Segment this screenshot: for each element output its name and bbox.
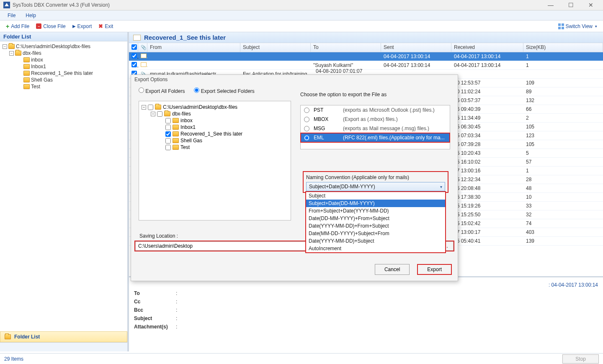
folder-list-header: Folder List (0, 32, 127, 41)
export-folder-tree[interactable]: − C:\Users\admin\Desktop\dbx-files − dbx… (139, 101, 291, 220)
format-list[interactable]: PST(exports as Microsoft Outlook (.pst) … (300, 105, 450, 149)
close-button[interactable]: ✕ (585, 2, 597, 8)
tree-item[interactable]: − dbx-files (3, 50, 125, 56)
minimize-button[interactable]: — (544, 2, 557, 8)
dialog-title: Export Options (131, 75, 458, 84)
folder-list-toggle-label: Folder List (14, 334, 40, 340)
format-desc: (Export as (.mbox) files.) (343, 116, 398, 122)
format-option[interactable]: PST(exports as Microsoft Outlook (.pst) … (301, 105, 450, 115)
tree-checkbox[interactable] (165, 138, 171, 144)
export-confirm-button[interactable]: Export (417, 264, 452, 275)
cancel-button[interactable]: Cancel (375, 264, 410, 275)
tree-checkbox[interactable] (165, 118, 171, 123)
cell-received: 17 13:00:16 (451, 168, 523, 174)
tree-item[interactable]: inbox (3, 56, 125, 63)
tree-item-label: Shell Gas (31, 77, 53, 83)
cell-size: 32 (523, 212, 603, 218)
cell-received: 05 12:32:34 (451, 177, 523, 182)
naming-combobox[interactable]: Subject+Date(DD-MM-YYYY) ▾ (306, 182, 445, 191)
col-to[interactable]: To (311, 43, 381, 52)
format-option[interactable]: MSG(exports as Mail message (.msg) files… (301, 124, 450, 133)
tree-checkbox[interactable] (148, 105, 153, 110)
add-file-button[interactable]: + Add File (3, 22, 33, 31)
export-options-dialog: Export Options Export All Folders Export… (131, 74, 458, 281)
tree-checkbox[interactable] (157, 111, 162, 117)
export-all-radio[interactable]: Export All Folders (139, 87, 185, 94)
folder-icon (173, 131, 179, 136)
cell-size: 89 (523, 89, 603, 95)
format-option[interactable]: EML(RFC 822(.eml) files.(Applicable only… (301, 133, 450, 142)
tree-checkbox[interactable] (165, 131, 171, 137)
cell-size: 5 (523, 150, 603, 156)
cell-size: 1 (523, 168, 603, 174)
tree-item[interactable]: Recovered_1_See this later (142, 131, 288, 137)
format-radio[interactable] (304, 126, 309, 131)
tree-item[interactable]: − dbx-files (142, 110, 288, 117)
dropdown-item[interactable]: Date(YYYY-MM-DD)+From+Subject (306, 222, 445, 230)
cell-sent: 04-04-2017 13:00:14 (381, 54, 451, 59)
exit-button[interactable]: ✖ Exit (95, 22, 116, 30)
close-file-button[interactable]: – Close File (33, 23, 69, 30)
menu-file[interactable]: File (5, 12, 18, 19)
row-checkbox[interactable] (131, 53, 137, 59)
tree-item[interactable]: Inbox1 (3, 63, 125, 70)
col-sent[interactable]: Sent (381, 43, 451, 52)
cell-received: 05 16:10:02 (451, 159, 523, 165)
format-radio[interactable] (304, 117, 309, 122)
dropdown-item[interactable]: Date(MM-DD-YYYY)+Subject+From (306, 230, 445, 237)
menu-help[interactable]: Help (23, 12, 39, 19)
table-row[interactable]: 04-04-2017 13:00:1404-04-2017 13:00:141 (129, 52, 603, 61)
dropdown-item[interactable]: Subject (306, 192, 445, 200)
dropdown-item[interactable]: Date(YYYY-MM-DD)+Subject (306, 237, 445, 245)
cell-sent: 04-04-2017 13:00:14 (381, 62, 451, 68)
col-subject[interactable]: Subject (240, 43, 311, 52)
dropdown-item[interactable]: Subject+Date(DD-MM-YYYY) (306, 200, 445, 207)
naming-dropdown[interactable]: SubjectSubject+Date(DD-MM-YYYY)From+Subj… (305, 191, 446, 253)
tree-item[interactable]: Shell Gas (3, 77, 125, 83)
col-attachment[interactable]: 📎 (138, 43, 147, 52)
switch-view-button[interactable]: Switch View ▾ (555, 23, 600, 30)
folder-tree: − C:\Users\admin\Desktop\dbx-files − dbx… (0, 41, 127, 331)
tree-root[interactable]: − C:\Users\admin\Desktop\dbx-files (3, 43, 125, 50)
collapse-icon[interactable]: − (142, 105, 146, 110)
tree-item[interactable]: Inbox1 (142, 124, 288, 131)
dropdown-item[interactable]: AutoIncrement (306, 245, 445, 252)
cell-size: 48 (523, 185, 603, 191)
dropdown-item[interactable]: Date(DD-MM-YYYY)+From+Subject (306, 215, 445, 222)
content-title: Recovered_1_See this later (144, 34, 226, 41)
tree-item[interactable]: inbox (142, 117, 288, 124)
format-radio[interactable] (304, 108, 309, 113)
dropdown-item[interactable]: From+Subject+Date(YYYY-MM-DD) (306, 207, 445, 215)
export-button[interactable]: ▶ Export (69, 23, 95, 30)
tree-root[interactable]: − C:\Users\admin\Desktop\dbx-files (142, 104, 288, 110)
collapse-icon[interactable]: − (151, 112, 155, 116)
tree-item[interactable]: Shell Gas (142, 137, 288, 144)
tree-item[interactable]: Test (142, 144, 288, 151)
stop-button[interactable]: Stop (562, 354, 599, 364)
col-from[interactable]: From (147, 43, 240, 52)
tree-item[interactable]: Test (3, 83, 125, 90)
collapse-icon[interactable]: − (9, 51, 14, 56)
format-desc: (exports as Mail message (.msg) files.) (343, 126, 429, 131)
tree-checkbox[interactable] (165, 145, 171, 150)
tree-root-label: C:\Users\admin\Desktop\dbx-files (16, 44, 90, 49)
detail-to-label: To (134, 290, 173, 296)
export-selected-radio[interactable]: Export Selected Folders (194, 87, 254, 94)
window-controls: — ☐ ✕ (544, 2, 600, 8)
col-checkbox[interactable] (129, 43, 138, 52)
maximize-button[interactable]: ☐ (564, 2, 577, 8)
format-radio[interactable] (304, 135, 309, 141)
folder-icon (173, 118, 179, 123)
col-received[interactable]: Received (451, 43, 523, 52)
cell-size: 74 (523, 220, 603, 226)
row-checkbox[interactable] (131, 62, 137, 67)
cell-received: 05 10:20:43 (451, 150, 523, 156)
item-count: 29 Items (4, 356, 23, 362)
format-option[interactable]: MBOX(Export as (.mbox) files.) (301, 115, 450, 124)
tree-checkbox[interactable] (165, 125, 171, 130)
col-size[interactable]: Size(KB) (523, 43, 603, 52)
format-desc: (exports as Microsoft Outlook (.pst) fil… (343, 107, 435, 113)
folder-list-toggle[interactable]: Folder List (0, 331, 127, 342)
tree-item[interactable]: Recovered_1_See this later (3, 70, 125, 77)
collapse-icon[interactable]: − (3, 44, 7, 49)
